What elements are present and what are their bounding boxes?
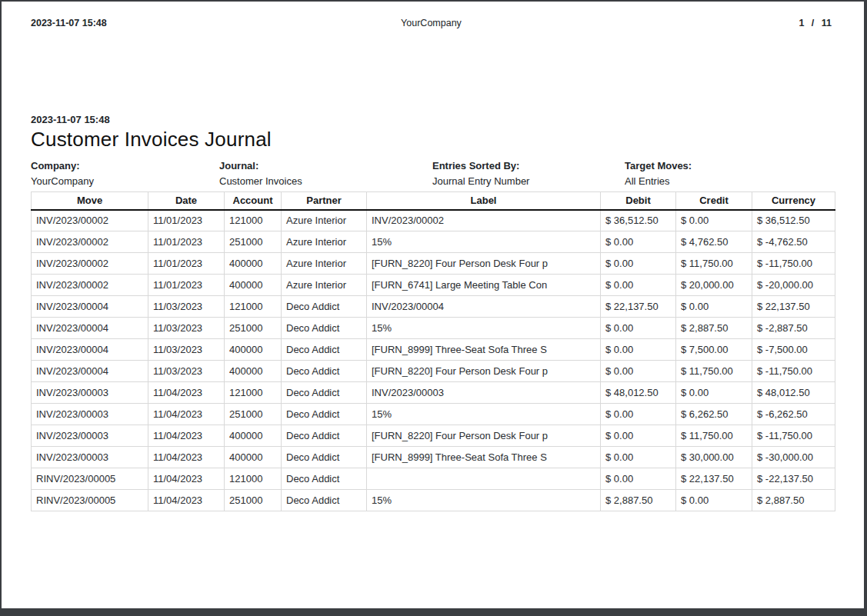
- cell-account: 251000: [225, 231, 282, 253]
- cell-move: INV/2023/00002: [32, 253, 148, 275]
- cell-credit: $ 11,750.00: [676, 253, 752, 275]
- cell-move: RINV/2023/00005: [32, 490, 148, 511]
- column-header-partner: Partner: [282, 192, 367, 210]
- table-row: INV/2023/0000411/03/2023121000Deco Addic…: [32, 296, 835, 318]
- cell-account: 121000: [225, 296, 282, 318]
- cell-account: 121000: [225, 210, 282, 231]
- cell-date: 11/04/2023: [148, 490, 225, 511]
- cell-credit: $ 4,762.50: [676, 231, 752, 253]
- cell-label: [FURN_8220] Four Person Desk Four p: [367, 425, 601, 447]
- report-meta-row: Company: YourCompany Journal: Customer I…: [31, 158, 835, 189]
- cell-debit: $ 0.00: [601, 253, 676, 275]
- table-row: INV/2023/0000411/03/2023400000Deco Addic…: [32, 339, 835, 361]
- cell-move: INV/2023/00003: [32, 447, 148, 468]
- column-header-label: Label: [367, 192, 601, 210]
- cell-date: 11/03/2023: [148, 296, 225, 318]
- column-header-account: Account: [225, 192, 282, 210]
- meta-company-label: Company:: [31, 158, 219, 174]
- cell-label: [FURN_8220] Four Person Desk Four p: [367, 361, 601, 382]
- cell-move: INV/2023/00003: [32, 382, 148, 404]
- table-row: INV/2023/0000411/03/2023400000Deco Addic…: [32, 361, 835, 382]
- cell-date: 11/01/2023: [148, 253, 225, 275]
- column-header-debit: Debit: [601, 192, 676, 210]
- cell-label: 15%: [367, 404, 601, 425]
- report-datetime: 2023-11-07 15:48: [31, 114, 835, 125]
- cell-label: INV/2023/00003: [367, 382, 601, 404]
- cell-currency: $ 36,512.50: [752, 210, 835, 231]
- cell-partner: Deco Addict: [282, 404, 367, 425]
- cell-date: 11/04/2023: [148, 425, 225, 447]
- cell-credit: $ 20,000.00: [676, 275, 752, 296]
- cell-date: 11/03/2023: [148, 318, 225, 339]
- cell-move: INV/2023/00004: [32, 339, 148, 361]
- cell-label: INV/2023/00002: [367, 210, 601, 231]
- report-title: Customer Invoices Journal: [31, 128, 835, 152]
- cell-move: INV/2023/00004: [32, 296, 148, 318]
- cell-credit: $ 0.00: [676, 382, 752, 404]
- cell-label: [FURN_8999] Three-Seat Sofa Three S: [367, 339, 601, 361]
- cell-debit: $ 0.00: [601, 275, 676, 296]
- table-row: INV/2023/0000211/01/2023121000Azure Inte…: [32, 210, 835, 231]
- meta-target-moves-value: All Entries: [625, 174, 835, 189]
- cell-partner: Deco Addict: [282, 468, 367, 490]
- cell-debit: $ 0.00: [601, 361, 676, 382]
- cell-currency: $ -11,750.00: [752, 253, 835, 275]
- cell-account: 400000: [225, 339, 282, 361]
- cell-credit: $ 11,750.00: [676, 361, 752, 382]
- cell-account: 400000: [225, 275, 282, 296]
- cell-date: 11/04/2023: [148, 468, 225, 490]
- meta-target-moves-label: Target Moves:: [625, 158, 835, 174]
- meta-journal-label: Journal:: [219, 158, 432, 174]
- cell-date: 11/01/2023: [148, 275, 225, 296]
- cell-currency: $ -6,262.50: [752, 404, 835, 425]
- table-header: MoveDateAccountPartnerLabelDebitCreditCu…: [32, 192, 835, 210]
- cell-currency: $ 22,137.50: [752, 296, 835, 318]
- column-header-currency: Currency: [752, 192, 835, 210]
- cell-label: [FURN_8999] Three-Seat Sofa Three S: [367, 447, 601, 468]
- cell-account: 400000: [225, 361, 282, 382]
- cell-account: 121000: [225, 468, 282, 490]
- cell-partner: Azure Interior: [282, 210, 367, 231]
- cell-move: INV/2023/00002: [32, 231, 148, 253]
- cell-label: [FURN_8220] Four Person Desk Four p: [367, 253, 601, 275]
- cell-currency: $ -11,750.00: [752, 425, 835, 447]
- cell-currency: $ -20,000.00: [752, 275, 835, 296]
- cell-date: 11/03/2023: [148, 361, 225, 382]
- page-running-header: 2023-11-07 15:48 YourCompany 1 / 11: [2, 2, 864, 28]
- cell-credit: $ 7,500.00: [676, 339, 752, 361]
- cell-partner: Deco Addict: [282, 425, 367, 447]
- table-row: INV/2023/0000411/03/2023251000Deco Addic…: [32, 318, 835, 339]
- cell-partner: Deco Addict: [282, 361, 367, 382]
- cell-move: RINV/2023/00005: [32, 468, 148, 490]
- meta-sorted-by-label: Entries Sorted By:: [432, 158, 625, 174]
- cell-date: 11/04/2023: [148, 382, 225, 404]
- cell-debit: $ 22,137.50: [601, 296, 676, 318]
- cell-partner: Deco Addict: [282, 490, 367, 511]
- cell-currency: $ -30,000.00: [752, 447, 835, 468]
- table-row: INV/2023/0000211/01/2023400000Azure Inte…: [32, 253, 835, 275]
- cell-debit: $ 2,887.50: [601, 490, 676, 511]
- cell-partner: Deco Addict: [282, 339, 367, 361]
- cell-date: 11/03/2023: [148, 339, 225, 361]
- cell-date: 11/04/2023: [148, 404, 225, 425]
- cell-debit: $ 0.00: [601, 468, 676, 490]
- meta-target-moves: Target Moves: All Entries: [625, 158, 835, 189]
- cell-account: 251000: [225, 490, 282, 511]
- cell-partner: Deco Addict: [282, 382, 367, 404]
- cell-credit: $ 6,262.50: [676, 404, 752, 425]
- cell-debit: $ 48,012.50: [601, 382, 676, 404]
- table-row: INV/2023/0000211/01/2023251000Azure Inte…: [32, 231, 835, 253]
- cell-currency: $ -22,137.50: [752, 468, 835, 490]
- column-header-credit: Credit: [676, 192, 752, 210]
- cell-partner: Deco Addict: [282, 318, 367, 339]
- cell-partner: Deco Addict: [282, 296, 367, 318]
- cell-partner: Azure Interior: [282, 275, 367, 296]
- cell-account: 251000: [225, 404, 282, 425]
- cell-date: 11/04/2023: [148, 447, 225, 468]
- cell-label: 15%: [367, 490, 601, 511]
- cell-currency: $ -7,500.00: [752, 339, 835, 361]
- cell-currency: $ -11,750.00: [752, 361, 835, 382]
- table-row: INV/2023/0000211/01/2023400000Azure Inte…: [32, 275, 835, 296]
- table-row: RINV/2023/0000511/04/2023121000Deco Addi…: [32, 468, 835, 490]
- cell-label: [FURN_6741] Large Meeting Table Con: [367, 275, 601, 296]
